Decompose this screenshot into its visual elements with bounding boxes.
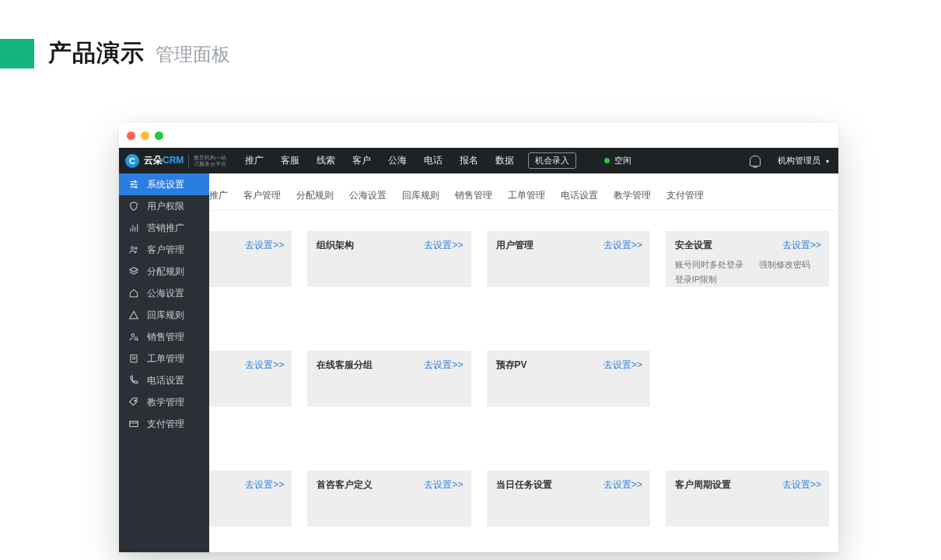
user-role-label: 机构管理员 bbox=[778, 156, 820, 165]
go-settings-link[interactable]: 去设置>> bbox=[424, 478, 463, 492]
user-role-menu[interactable]: 机构管理员 ▾ bbox=[778, 155, 829, 166]
sidebar-item-label: 支付管理 bbox=[147, 418, 184, 431]
topnav-item[interactable]: 电话 bbox=[418, 154, 449, 167]
bell-icon[interactable] bbox=[750, 156, 761, 166]
go-settings-link[interactable]: 去设置>> bbox=[424, 359, 463, 372]
topnav-item[interactable]: 数据 bbox=[489, 154, 520, 167]
settings-card-online-group: 在线客服分组 去设置>> bbox=[307, 351, 471, 407]
sidebar-item-ticket[interactable]: 工单管理 bbox=[119, 348, 209, 369]
card-detail: 登录IP限制 bbox=[675, 274, 717, 285]
tab-item[interactable]: 销售管理 bbox=[447, 184, 500, 210]
svg-rect-7 bbox=[131, 355, 137, 362]
window-zoom-dot[interactable] bbox=[155, 131, 163, 140]
sidebar-item-label: 客户管理 bbox=[147, 243, 184, 257]
settings-card-first-consult: 首咨客户定义 去设置>> bbox=[307, 471, 471, 527]
caret-down-icon: ▾ bbox=[826, 158, 829, 165]
svg-point-2 bbox=[135, 186, 137, 187]
sidebar-item-label: 回库规则 bbox=[147, 309, 184, 322]
window-titlebar bbox=[119, 123, 838, 148]
settings-card-daily-task: 当日任务设置 去设置>> bbox=[487, 471, 650, 527]
sidebar-item-allocation[interactable]: 分配规则 bbox=[119, 261, 209, 282]
tab-item[interactable]: 工单管理 bbox=[500, 184, 553, 210]
settings-card-prestore-pv: 预存PV 去设置>> bbox=[487, 351, 650, 407]
topnav-item[interactable]: 推广 bbox=[239, 154, 270, 167]
sidebar-item-marketing[interactable]: 营销推广 bbox=[119, 217, 209, 239]
users-icon bbox=[128, 244, 139, 255]
settings-card: 去设置>> bbox=[209, 351, 292, 407]
go-settings-link[interactable]: 去设置>> bbox=[603, 359, 642, 372]
go-settings-link[interactable]: 去设置>> bbox=[782, 239, 821, 252]
person-search-icon bbox=[128, 331, 139, 342]
triangle-icon bbox=[128, 310, 139, 320]
go-settings-link[interactable]: 去设置>> bbox=[245, 239, 284, 252]
app-window: C 云朵CRM 教育机构一站 式服务云平台 推广 客服 线索 客户 公海 电话 … bbox=[119, 123, 838, 552]
sidebar-item-user-permissions[interactable]: 用户权限 bbox=[119, 195, 209, 217]
card-title: 在线客服分组 bbox=[317, 359, 373, 370]
card-title: 当日任务设置 bbox=[496, 479, 552, 490]
svg-point-4 bbox=[135, 247, 137, 249]
tab-item[interactable]: 公海设置 bbox=[341, 184, 394, 210]
settings-card-security: 安全设置 去设置>> 账号同时多处登录 强制修改密码 登录IP限制 bbox=[666, 231, 829, 287]
sidebar-item-label: 营销推广 bbox=[147, 222, 184, 235]
svg-point-3 bbox=[131, 247, 135, 250]
sidebar-item-return[interactable]: 回库规则 bbox=[119, 304, 209, 326]
topnav-item[interactable]: 客户 bbox=[346, 154, 377, 167]
topnav-item[interactable]: 客服 bbox=[275, 154, 306, 167]
shield-icon bbox=[128, 201, 139, 212]
go-settings-link[interactable]: 去设置>> bbox=[603, 478, 642, 492]
sidebar-item-customer[interactable]: 客户管理 bbox=[119, 239, 209, 261]
go-settings-link[interactable]: 去设置>> bbox=[245, 478, 284, 492]
settings-card: 去设置>> bbox=[209, 471, 292, 527]
svg-point-8 bbox=[135, 400, 136, 401]
settings-card-user: 用户管理 去设置>> bbox=[487, 231, 650, 287]
sidebar-item-system-settings[interactable]: 系统设置 bbox=[119, 173, 209, 195]
app-logo: C 云朵CRM 教育机构一站 式服务云平台 bbox=[125, 154, 226, 168]
svg-point-5 bbox=[131, 334, 135, 337]
sidebar-item-label: 公海设置 bbox=[147, 287, 184, 300]
card-title: 用户管理 bbox=[496, 240, 533, 250]
sidebar-item-label: 分配规则 bbox=[147, 265, 184, 278]
sidebar-item-label: 销售管理 bbox=[147, 331, 184, 344]
main-panel: 推广 客户管理 分配规则 公海设置 回库规则 销售管理 工单管理 电话设置 教学… bbox=[209, 173, 838, 552]
go-settings-link[interactable]: 去设置>> bbox=[782, 478, 821, 492]
sidebar-item-payment[interactable]: 支付管理 bbox=[119, 413, 209, 435]
card-title: 首咨客户定义 bbox=[317, 479, 373, 490]
topnav-item[interactable]: 报名 bbox=[453, 154, 484, 167]
card-title: 客户周期设置 bbox=[675, 479, 731, 490]
card-detail: 账号同时多处登录 bbox=[675, 259, 743, 271]
sidebar-item-phone[interactable]: 电话设置 bbox=[119, 369, 209, 391]
logo-desc: 教育机构一站 式服务云平台 bbox=[188, 155, 226, 167]
tab-item[interactable]: 推广 bbox=[209, 184, 236, 210]
app-topbar: C 云朵CRM 教育机构一站 式服务云平台 推广 客服 线索 客户 公海 电话 … bbox=[119, 148, 838, 173]
sidebar-item-teaching[interactable]: 教学管理 bbox=[119, 391, 209, 413]
tab-item[interactable]: 客户管理 bbox=[236, 184, 289, 210]
sidebar: 系统设置 用户权限 营销推广 客户管理 分配规则 公海设置 bbox=[119, 173, 209, 552]
topnav-item[interactable]: 公海 bbox=[382, 154, 413, 167]
tab-item[interactable]: 教学管理 bbox=[606, 184, 659, 210]
card-title: 组织架构 bbox=[317, 240, 354, 250]
topnav-item[interactable]: 线索 bbox=[310, 154, 341, 167]
window-close-dot[interactable] bbox=[127, 131, 135, 140]
sliders-icon bbox=[128, 179, 139, 190]
tab-item[interactable]: 回库规则 bbox=[394, 184, 447, 210]
card-title: 预存PV bbox=[496, 359, 527, 370]
window-minimize-dot[interactable] bbox=[141, 131, 149, 140]
phone-icon bbox=[128, 375, 139, 386]
settings-tabs: 推广 客户管理 分配规则 公海设置 回库规则 销售管理 工单管理 电话设置 教学… bbox=[209, 173, 838, 211]
tab-item[interactable]: 支付管理 bbox=[659, 184, 712, 210]
sidebar-item-label: 用户权限 bbox=[147, 200, 184, 213]
go-settings-link[interactable]: 去设置>> bbox=[245, 359, 284, 372]
settings-card-org: 组织架构 去设置>> bbox=[307, 231, 471, 287]
go-settings-link[interactable]: 去设置>> bbox=[424, 239, 463, 252]
settings-card: 去设置>> bbox=[209, 231, 292, 287]
tab-item[interactable]: 分配规则 bbox=[289, 184, 341, 210]
home-icon bbox=[128, 288, 139, 299]
svg-point-0 bbox=[135, 180, 136, 182]
tab-item[interactable]: 电话设置 bbox=[553, 184, 606, 210]
bars-icon bbox=[128, 222, 139, 233]
sidebar-item-public-sea[interactable]: 公海设置 bbox=[119, 282, 209, 304]
settings-card-customer-cycle: 客户周期设置 去设置>> bbox=[666, 471, 829, 527]
sidebar-item-sales[interactable]: 销售管理 bbox=[119, 326, 209, 348]
go-settings-link[interactable]: 去设置>> bbox=[603, 239, 642, 252]
record-button[interactable]: 机会录入 bbox=[528, 152, 576, 169]
